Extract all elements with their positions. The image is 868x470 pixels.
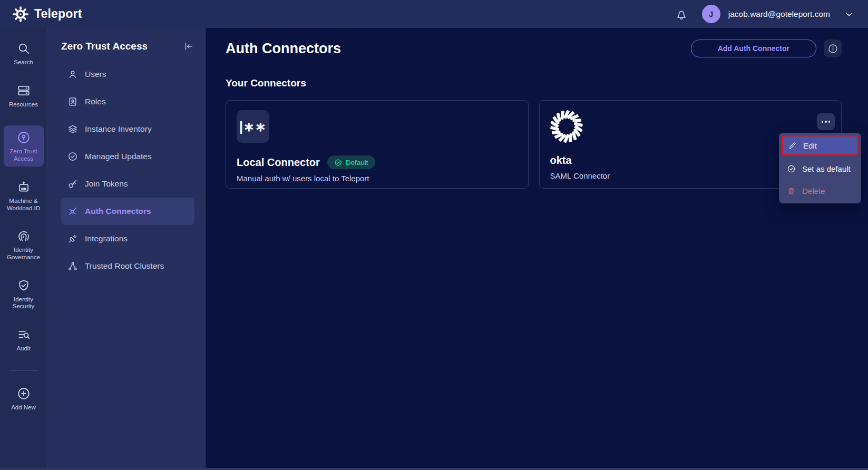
add-auth-connector-button[interactable]: Add Auth Connector bbox=[691, 40, 816, 57]
connector-burst-icon bbox=[67, 206, 78, 217]
card-options-button[interactable] bbox=[817, 113, 835, 130]
zero-trust-sidenav: Zero Trust Access Users Roles bbox=[47, 28, 206, 470]
pencil-icon bbox=[788, 141, 797, 150]
passkey-icon: |∗∗ bbox=[237, 110, 269, 143]
rail-divider bbox=[9, 370, 38, 371]
rail-item-zero-trust-access[interactable]: Zero Trust Access bbox=[4, 125, 44, 167]
notifications-bell-icon[interactable] bbox=[675, 7, 688, 21]
connector-context-menu: Edit Set as default Delete bbox=[779, 133, 861, 203]
menu-item-delete[interactable]: Delete bbox=[781, 181, 859, 200]
search-icon bbox=[17, 42, 31, 55]
info-icon bbox=[827, 43, 838, 54]
layers-icon bbox=[67, 124, 78, 134]
rail-item-resources[interactable]: Resources bbox=[3, 84, 45, 109]
connector-name: Local Connector bbox=[237, 156, 320, 169]
info-button[interactable] bbox=[824, 40, 842, 57]
account-menu[interactable]: J jacob.ward@goteleport.com bbox=[702, 5, 830, 23]
collapse-sidenav-icon[interactable] bbox=[183, 41, 194, 52]
sidenav-item-managed-updates[interactable]: Managed Updates bbox=[61, 143, 194, 170]
plus-circle-icon bbox=[17, 387, 31, 400]
connector-name: okta bbox=[550, 154, 572, 167]
connector-cards: |∗∗ Local Connector Default Manual auth … bbox=[226, 100, 842, 189]
user-icon bbox=[67, 69, 78, 80]
rail-item-machine-workload-id[interactable]: Machine & Workload ID bbox=[3, 180, 45, 212]
cluster-icon bbox=[67, 261, 78, 271]
rail-item-identity-governance[interactable]: Identity Governance bbox=[3, 229, 45, 261]
dots-icon bbox=[822, 121, 824, 123]
gear-logo-icon bbox=[13, 6, 28, 22]
page-title: Auth Connectors bbox=[226, 41, 341, 57]
clock-check-icon bbox=[67, 151, 78, 162]
connector-description: Manual auth w/ users local to Teleport bbox=[237, 174, 518, 183]
primary-nav-rail: Search Resources Zero Trust Access bbox=[0, 28, 47, 470]
sidenav-item-integrations[interactable]: Integrations bbox=[61, 225, 194, 252]
sidenav-item-auth-connectors[interactable]: Auth Connectors bbox=[61, 198, 194, 225]
audit-icon bbox=[17, 328, 31, 341]
shield-check-icon bbox=[17, 279, 31, 292]
user-email: jacob.ward@goteleport.com bbox=[728, 9, 830, 19]
resources-icon bbox=[17, 84, 31, 97]
sidenav-item-roles[interactable]: Roles bbox=[61, 88, 194, 115]
okta-icon bbox=[549, 109, 584, 144]
sidenav-title: Zero Trust Access bbox=[61, 41, 148, 52]
bottom-edge-strip bbox=[0, 468, 868, 470]
menu-item-edit[interactable]: Edit bbox=[782, 135, 859, 156]
rail-item-search[interactable]: Search bbox=[3, 42, 45, 66]
sidenav-item-users[interactable]: Users bbox=[61, 61, 194, 88]
section-title: Your Connectors bbox=[226, 77, 842, 89]
menu-item-set-as-default[interactable]: Set as default bbox=[781, 159, 859, 178]
plug-icon bbox=[67, 233, 78, 244]
machine-id-icon bbox=[17, 180, 31, 194]
rail-item-identity-security[interactable]: Identity Security bbox=[3, 279, 45, 310]
avatar[interactable]: J bbox=[702, 5, 720, 23]
sidenav-item-join-tokens[interactable]: Join Tokens bbox=[61, 170, 194, 198]
key-icon bbox=[67, 179, 78, 189]
rail-item-audit[interactable]: Audit bbox=[3, 328, 45, 352]
id-card-icon bbox=[67, 96, 78, 107]
topbar: Teleport J jacob.ward@goteleport.com bbox=[0, 0, 868, 28]
zero-trust-icon bbox=[17, 131, 31, 144]
sidenav-item-instance-inventory[interactable]: Instance Inventory bbox=[61, 115, 194, 143]
check-circle-icon bbox=[787, 164, 796, 173]
connector-card-local[interactable]: |∗∗ Local Connector Default Manual auth … bbox=[226, 100, 529, 189]
chevron-down-icon[interactable] bbox=[844, 9, 854, 19]
default-badge: Default bbox=[327, 155, 375, 169]
rail-item-add-new[interactable]: Add New bbox=[3, 387, 45, 412]
sidenav-item-trusted-root-clusters[interactable]: Trusted Root Clusters bbox=[61, 252, 194, 280]
trash-icon bbox=[787, 187, 796, 195]
check-circle-icon bbox=[334, 159, 342, 167]
brand-name: Teleport bbox=[34, 7, 82, 21]
teleport-logo: Teleport bbox=[13, 6, 82, 22]
fingerprint-icon bbox=[17, 229, 31, 243]
main-content: Auth Connectors Add Auth Connector Your … bbox=[206, 28, 868, 470]
